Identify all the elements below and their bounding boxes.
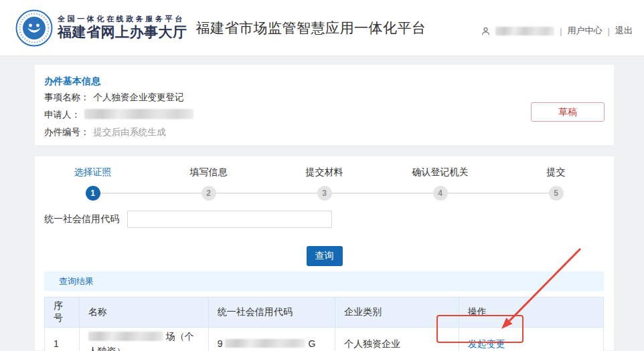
site-logo-text: 全国一体化在线政务服务平台 福建省网上办事大厅: [58, 14, 187, 41]
user-area: | 用户中心 | 退出: [481, 25, 633, 37]
step-submit-materials: 提交材料 3: [266, 165, 382, 201]
applicant-redacted: [84, 109, 193, 119]
wizard-card: 选择证照 1 填写信息 2 提交材料 3 确认登记机关 4 提交 5 统一社会信…: [35, 156, 614, 350]
step-circle: 5: [549, 186, 564, 201]
step-label: 提交: [498, 165, 614, 179]
field-value: 提交后由系统生成: [94, 127, 166, 137]
field-case-number: 办件编号：提交后由系统生成: [44, 126, 605, 138]
separator: |: [560, 26, 562, 36]
site-emblem-icon: [15, 9, 53, 47]
logout-link[interactable]: 退出: [615, 25, 633, 37]
col-seq: 序号: [45, 298, 80, 328]
table-row: 1 场（个人独资） 9G 个人独资企业 发起变更: [45, 328, 604, 351]
field-label: 办件编号：: [44, 127, 90, 137]
cell-action: 发起变更: [459, 328, 603, 351]
step-label: 选择证照: [35, 165, 151, 179]
cell-category: 个人独资企业: [335, 328, 459, 351]
query-button[interactable]: 查询: [307, 246, 343, 266]
field-item-name: 事项名称：个人独资企业变更登记: [44, 91, 605, 104]
col-action: 操作: [459, 298, 603, 328]
credit-code-form-row: 统一社会信用代码: [44, 211, 604, 228]
credit-code-label: 统一社会信用代码: [44, 213, 119, 225]
step-label: 填写信息: [151, 165, 266, 179]
step-fill-info: 填写信息 2: [151, 165, 266, 201]
step-circle: 2: [202, 186, 216, 201]
col-category: 企业类别: [335, 298, 459, 328]
step-select-license: 选择证照 1: [35, 165, 151, 201]
code-redacted: [225, 339, 305, 348]
credit-code-input[interactable]: [127, 211, 332, 228]
app-header: 全国一体化在线政务服务平台 福建省网上办事大厅 福建省市场监管智慧应用一体化平台…: [0, 0, 644, 56]
field-value: 个人独资企业变更登记: [94, 92, 184, 102]
user-center-link[interactable]: 用户中心: [568, 25, 602, 37]
step-confirm-authority: 确认登记机关 4: [382, 165, 498, 201]
initiate-change-link[interactable]: 发起变更: [468, 338, 505, 349]
step-circle: 3: [317, 186, 332, 201]
field-label: 事项名称：: [44, 92, 90, 102]
code-prefix: 9: [218, 338, 223, 349]
results-table: 序号 名称 统一社会信用代码 企业类别 操作 1 场（个人独资） 9G 个人独资…: [44, 297, 604, 351]
platform-title: 福建省市场监管智慧应用一体化平台: [196, 19, 426, 37]
case-info-card: 办件基本信息 事项名称：个人独资企业变更登记 申请人： 办件编号：提交后由系统生…: [35, 65, 614, 145]
step-wizard: 选择证照 1 填写信息 2 提交材料 3 确认登记机关 4 提交 5: [35, 165, 614, 201]
site-logo: 全国一体化在线政务服务平台 福建省网上办事大厅: [15, 9, 187, 47]
draft-button[interactable]: 草稿: [531, 102, 605, 122]
page: 全国一体化在线政务服务平台 福建省网上办事大厅 福建省市场监管智慧应用一体化平台…: [0, 0, 644, 351]
user-icon: [481, 26, 491, 36]
cell-credit-code: 9G: [208, 328, 335, 351]
step-circle: 4: [433, 186, 448, 201]
col-credit-code: 统一社会信用代码: [208, 298, 335, 328]
separator: |: [608, 26, 610, 36]
logo-line2: 福建省网上办事大厅: [58, 24, 187, 41]
name-redacted: [88, 332, 163, 341]
step-label: 提交材料: [266, 165, 382, 179]
code-suffix: G: [308, 338, 315, 349]
logo-line1: 全国一体化在线政务服务平台: [58, 14, 187, 24]
step-label: 确认登记机关: [382, 165, 498, 179]
field-applicant: 申请人：: [44, 108, 605, 121]
table-header-row: 序号 名称 统一社会信用代码 企业类别 操作: [45, 298, 604, 328]
step-circle: 1: [86, 186, 100, 201]
case-info-title: 办件基本信息: [44, 76, 605, 86]
step-submit: 提交 5: [498, 165, 614, 201]
results-section-title: 查询结果: [44, 271, 604, 291]
cell-name: 场（个人独资）: [79, 328, 208, 351]
field-label: 申请人：: [44, 110, 80, 120]
col-name: 名称: [79, 298, 208, 328]
cell-seq: 1: [45, 328, 80, 351]
username-redacted[interactable]: [495, 27, 554, 35]
